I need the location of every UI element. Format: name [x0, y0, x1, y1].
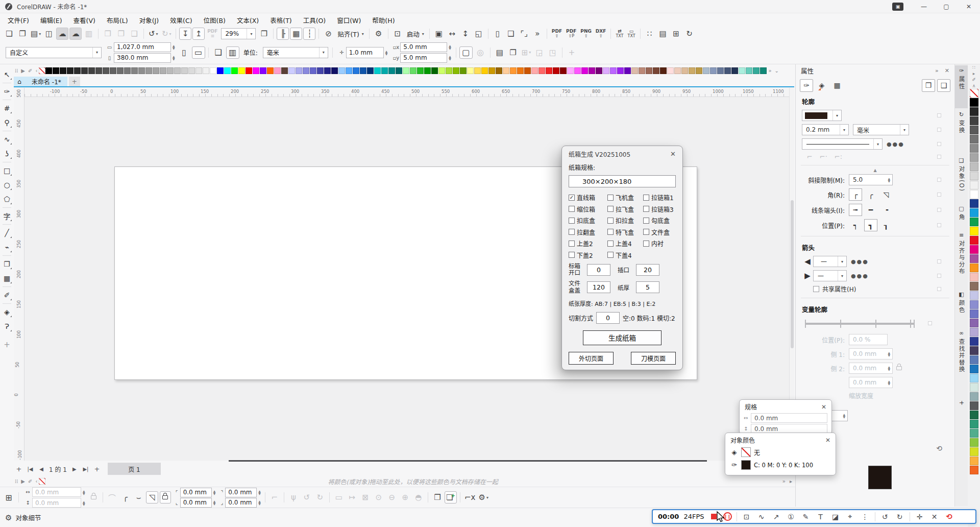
color-swatch[interactable] [496, 67, 502, 74]
auto-settings-icon[interactable]: ⚙▾ [477, 491, 489, 504]
color-swatch[interactable] [310, 67, 316, 74]
menu-文本[interactable]: 文本(X) [231, 13, 264, 27]
horizontal-scrollbar-thumb[interactable] [229, 460, 707, 462]
color-swatch[interactable] [724, 67, 731, 74]
palette-scroll-left-icon[interactable]: ‹ [35, 68, 37, 74]
color-swatch[interactable] [970, 300, 978, 309]
color-swatch[interactable] [210, 67, 216, 74]
eyedropper-tool[interactable]: ✐ [1, 288, 13, 302]
color-swatch[interactable] [696, 67, 702, 74]
color-swatch[interactable] [603, 67, 609, 74]
fullscreen-icon[interactable]: ❒ [258, 28, 270, 40]
redo-icon[interactable]: ↻▾ [160, 28, 173, 40]
color-swatch[interactable] [110, 67, 116, 74]
color-swatch[interactable] [546, 67, 552, 74]
vpalette-eyedropper-icon[interactable]: ✐ [972, 77, 976, 82]
home-tab-icon[interactable]: ⌂ [13, 77, 26, 86]
color-swatch[interactable] [731, 67, 738, 74]
color-swatch[interactable] [610, 67, 617, 74]
color-swatch[interactable] [95, 67, 102, 74]
menu-位图[interactable]: 位图(B) [198, 13, 231, 27]
color-swatch[interactable] [553, 67, 559, 74]
menu-布局[interactable]: 布局(L) [101, 13, 134, 27]
line-cap-button-2[interactable]: ╺ [879, 204, 893, 216]
color-swatch[interactable] [970, 199, 978, 208]
docker-tab-对象(O)[interactable]: ❑对象(O) [955, 155, 968, 203]
box-type-checkbox[interactable]: 内衬 [643, 239, 677, 248]
save-icon[interactable]: ◫ [43, 28, 55, 40]
color-swatch[interactable] [970, 181, 978, 189]
page-preset-select[interactable]: 自定义▾ [6, 47, 102, 58]
smart-fill-tool[interactable]: Ɂ [1, 319, 13, 333]
color-swatch[interactable] [970, 429, 978, 438]
color-swatch[interactable] [396, 67, 402, 74]
palette-expand-icon[interactable]: ⌄ [775, 68, 779, 74]
vertical-ruler[interactable]: 500450400350300250200150100500-50-100 [14, 88, 24, 461]
color-swatch[interactable] [296, 67, 302, 74]
more-commands-icon[interactable]: » [531, 28, 544, 40]
slot-input[interactable]: 20 [636, 264, 659, 276]
color-swatch[interactable] [970, 208, 978, 217]
shape-tool[interactable]: ✑ [1, 84, 13, 99]
portrait-icon[interactable]: ▯ [178, 46, 191, 59]
docker-tab-颜色[interactable]: ◧颜色 [955, 289, 968, 327]
treat-as-filled-icon[interactable]: ▢ [459, 46, 473, 59]
pencil-annotate-icon[interactable]: ✎ [801, 513, 811, 521]
arrow-out-icon[interactable]: ↦ [346, 491, 358, 504]
box-type-checkbox[interactable]: 勾底盒 [643, 216, 677, 225]
first-page-button[interactable]: |◀ [24, 463, 36, 474]
duplicate-distance-fields[interactable]: ▫x5.0 mm▲▼▫y5.0 mm▲▼ [391, 42, 451, 63]
die-cut-page-button[interactable]: 刀模页面 [631, 352, 676, 365]
color-swatch[interactable] [970, 392, 978, 401]
color-swatch[interactable] [970, 190, 978, 199]
box-type-checkbox[interactable]: 缩位箱 [569, 205, 607, 213]
color-swatch[interactable] [124, 67, 131, 74]
color-swatch[interactable] [474, 67, 481, 74]
color-swatch[interactable] [970, 153, 978, 162]
color-swatch[interactable] [653, 67, 659, 74]
color-swatch[interactable] [970, 420, 978, 428]
paper-thickness-input[interactable]: 5 [636, 281, 659, 293]
convert-txt-icon[interactable]: ⇄TXT [616, 29, 623, 39]
dimension-tool[interactable]: ╱ [1, 226, 13, 240]
lock-corners-icon[interactable] [160, 491, 171, 504]
scroll-up-indicator[interactable]: ▲ [796, 169, 954, 173]
two-point-line-tool[interactable]: ʖ [1, 147, 13, 161]
color-swatch[interactable] [753, 67, 760, 74]
color-swatch[interactable] [195, 67, 202, 74]
zoom-tool[interactable]: ⚲ [1, 115, 13, 130]
vo-side1-field[interactable]: 0.0 mm▲▼ [849, 348, 893, 360]
generate-carton-button[interactable]: 生成纸箱 [583, 330, 662, 345]
horizontal-ruler[interactable]: -100-50050100150200250300350400450500550… [24, 88, 789, 97]
color-swatch[interactable] [117, 67, 124, 74]
snap-menu[interactable]: 贴齐(T)▾ [335, 29, 366, 39]
color-swatch[interactable] [970, 107, 978, 116]
arrow-start-select[interactable]: —▾ [813, 256, 847, 267]
single-page-icon[interactable]: ▯ [492, 28, 504, 40]
color-swatch[interactable] [970, 411, 978, 419]
color-swatch[interactable] [88, 67, 95, 74]
color-swatch[interactable] [217, 67, 224, 74]
crop-tool[interactable]: # [1, 101, 13, 115]
box-type-checkbox[interactable]: 扣底盒 [569, 216, 607, 225]
color-swatch[interactable] [303, 67, 309, 74]
edit-anchor-icon[interactable]: ◲ [533, 46, 546, 59]
color-swatch[interactable] [467, 67, 474, 74]
color-swatch[interactable] [503, 67, 509, 74]
undo-icon[interactable]: ↺▾ [147, 28, 159, 40]
txt-frame-icon[interactable]: ▭TXT [628, 29, 635, 39]
import-icon[interactable]: ↧ [179, 28, 191, 40]
color-swatch[interactable] [970, 447, 978, 456]
palette-eyedropper-icon[interactable]: ✐ [28, 68, 32, 74]
notes-doc-icon[interactable]: ▤ [657, 28, 669, 40]
color-swatch[interactable] [970, 355, 978, 364]
color-swatch[interactable] [631, 67, 638, 74]
publish-pdf-icon[interactable]: PDF⊞ [207, 29, 217, 39]
box-type-checkbox[interactable]: 拉链箱3 [643, 205, 677, 213]
snap-off-icon[interactable]: ⊘ [322, 28, 334, 40]
color-swatch[interactable] [238, 67, 245, 74]
color-swatch[interactable] [45, 67, 52, 74]
color-swatch[interactable] [617, 67, 624, 74]
color-swatch[interactable] [317, 67, 324, 74]
color-swatch[interactable] [970, 365, 978, 373]
